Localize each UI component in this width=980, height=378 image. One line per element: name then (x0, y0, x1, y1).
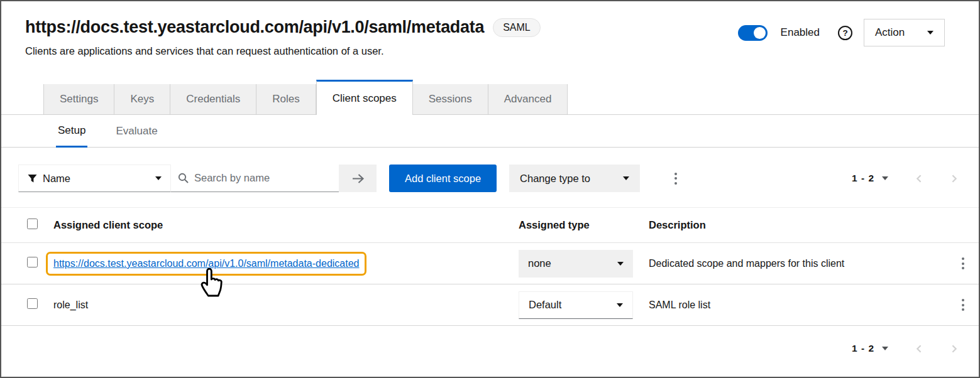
page-title: https://docs.test.yeastarcloud.com/api/v… (25, 18, 484, 37)
change-type-label: Change type to (520, 173, 590, 185)
pagination-next-button[interactable] (950, 344, 959, 354)
chevron-down-icon (882, 347, 888, 350)
row-checkbox[interactable] (27, 257, 38, 267)
pagination-prev-button[interactable] (915, 344, 923, 354)
highlight-annotation-box: https://docs.test.yeastarcloud.com/api/v… (46, 252, 366, 276)
chevron-down-icon (623, 176, 629, 180)
table-row: role_list Default SAML role list (1, 284, 979, 326)
chevron-down-icon (155, 176, 162, 180)
column-header-description: Description (649, 219, 939, 231)
chevron-down-icon (882, 176, 888, 180)
scope-name: role_list (53, 300, 519, 311)
row-kebab-menu-button[interactable] (956, 296, 970, 315)
action-dropdown[interactable]: Action (864, 19, 945, 46)
enabled-label: Enabled (781, 26, 820, 39)
chevron-right-icon (950, 174, 959, 183)
tab-advanced[interactable]: Advanced (488, 84, 568, 114)
search-icon (178, 173, 189, 183)
action-dropdown-label: Action (875, 26, 905, 39)
filter-type-label: Name (43, 173, 70, 185)
add-client-scope-button[interactable]: Add client scope (389, 165, 497, 192)
chevron-left-icon (915, 344, 923, 354)
page-subtitle: Clients are applications and services th… (1, 45, 979, 57)
protocol-badge: SAML (493, 18, 541, 37)
kebab-icon (962, 299, 964, 301)
help-icon[interactable]: ? (838, 26, 852, 40)
kebab-menu-button[interactable] (669, 169, 683, 188)
header-controls: Enabled ? Action (738, 19, 945, 46)
kebab-icon (962, 257, 964, 260)
assigned-type-value: Default (529, 299, 561, 311)
scope-description: SAML role list (649, 300, 939, 311)
subtab-evaluate[interactable]: Evaluate (114, 115, 159, 147)
client-scopes-table: Assigned client scope Assigned type Desc… (1, 207, 979, 326)
subtab-bar: Setup Evaluate (1, 115, 979, 148)
chevron-left-icon (915, 174, 923, 183)
pagination-range-label: 1 - 2 (852, 343, 874, 354)
toolbar: Name Add client scope Change type to 1 -… (18, 165, 959, 192)
tab-roles[interactable]: Roles (256, 84, 316, 114)
kebab-icon (674, 173, 677, 175)
pagination-prev-button[interactable] (915, 174, 923, 183)
tab-sessions[interactable]: Sessions (413, 84, 488, 114)
enabled-toggle[interactable] (738, 25, 768, 41)
table-header-row: Assigned client scope Assigned type Desc… (1, 208, 979, 243)
pagination-next-button[interactable] (950, 174, 959, 183)
filter-funnel-icon (28, 174, 37, 183)
search-box (171, 165, 339, 192)
client-details-page: https://docs.test.yeastarcloud.com/api/v… (0, 0, 980, 378)
tab-bar: Settings Keys Credentials Roles Client s… (1, 80, 979, 115)
pagination-bottom: 1 - 2 (852, 343, 959, 354)
select-all-checkbox[interactable] (27, 219, 38, 229)
chevron-down-icon (617, 303, 623, 307)
chevron-right-icon (950, 344, 959, 354)
assigned-type-dropdown[interactable]: none (519, 250, 633, 278)
change-type-dropdown[interactable]: Change type to (509, 165, 640, 192)
pagination-range-dropdown[interactable]: 1 - 2 (852, 343, 888, 354)
tab-keys[interactable]: Keys (114, 84, 170, 114)
column-header-scope: Assigned client scope (53, 219, 519, 231)
search-input[interactable] (194, 172, 332, 184)
pagination-range-label: 1 - 2 (852, 173, 874, 184)
assigned-type-value: none (528, 257, 551, 269)
column-header-type: Assigned type (519, 219, 649, 231)
dedicated-scope-link[interactable]: https://docs.test.yeastarcloud.com/api/v… (53, 258, 359, 269)
chevron-down-icon (617, 262, 624, 266)
pagination-top: 1 - 2 (852, 173, 959, 184)
tab-credentials[interactable]: Credentials (170, 84, 256, 114)
toggle-knob-icon (754, 27, 766, 39)
pagination-range-dropdown[interactable]: 1 - 2 (852, 173, 888, 184)
row-checkbox[interactable] (27, 298, 38, 309)
tab-settings[interactable]: Settings (43, 84, 114, 114)
scope-description: Dedicated scope and mappers for this cli… (649, 258, 939, 269)
subtab-setup[interactable]: Setup (56, 115, 87, 148)
filter-type-dropdown[interactable]: Name (18, 165, 171, 192)
assigned-type-dropdown[interactable]: Default (519, 291, 633, 319)
table-row: https://docs.test.yeastarcloud.com/api/v… (1, 243, 979, 284)
row-kebab-menu-button[interactable] (956, 254, 970, 273)
arrow-right-icon (351, 173, 365, 184)
search-submit-button[interactable] (339, 165, 377, 192)
chevron-down-icon (927, 31, 933, 35)
pagination-bottom-wrap: 1 - 2 (1, 343, 959, 354)
tab-client-scopes[interactable]: Client scopes (316, 80, 413, 115)
